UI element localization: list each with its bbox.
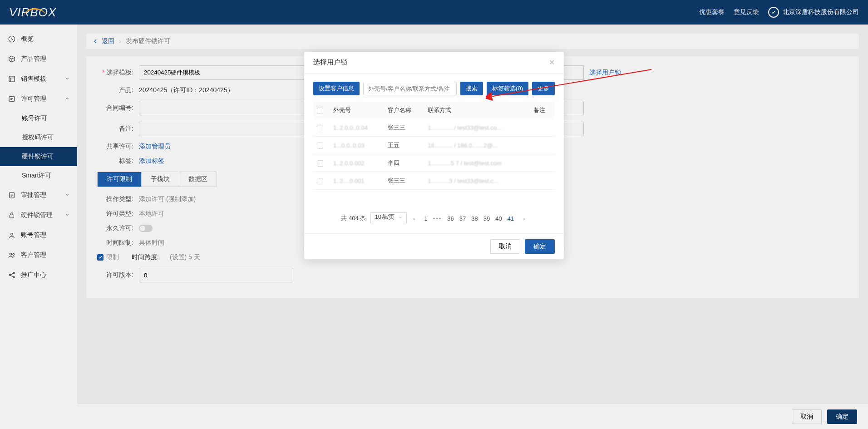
cell-shell: 1..2.0.0..0.04: [333, 124, 368, 131]
cell-remark: [530, 137, 555, 154]
page-36[interactable]: 36: [447, 215, 454, 222]
row-checkbox[interactable]: [317, 178, 323, 184]
cell-contact: 18........... / 186.0.......2@...: [428, 142, 498, 149]
row-checkbox[interactable]: [317, 160, 323, 167]
set-customer-button[interactable]: 设置客户信息: [313, 82, 360, 95]
cell-name: 张三三: [384, 172, 424, 190]
page-size-select[interactable]: 10条/页: [370, 212, 407, 224]
page-ellipsis: •••: [433, 215, 442, 222]
modal-cancel-button[interactable]: 取消: [490, 239, 520, 254]
row-checkbox[interactable]: [317, 143, 323, 149]
select-lock-modal: 选择用户锁 ✕ 设置客户信息 搜索 标签筛选(0) 更多 外壳号 客户名称 联系…: [304, 52, 564, 259]
cell-contact: 1...........3 / test33@test.c...: [428, 178, 498, 184]
next-page[interactable]: ›: [521, 215, 527, 222]
cell-remark: [530, 119, 555, 137]
page-41[interactable]: 41: [508, 215, 514, 222]
pagination: 共 404 条 10条/页 ‹ 1•••363738394041 ›: [313, 208, 555, 229]
total-text: 共 404 条: [341, 214, 366, 222]
cell-contact: 1............. / test33@test.co...: [428, 124, 502, 131]
modal-title: 选择用户锁: [313, 58, 347, 67]
table-row[interactable]: 1..2.0.0..0.04张三三1............. / test33…: [313, 119, 555, 137]
table-row[interactable]: 1..2....0.001张三三1...........3 / test33@t…: [313, 172, 555, 190]
cell-shell: 1..2....0.001: [333, 178, 365, 184]
lock-table: 外壳号 客户名称 联系方式 备注 1..2.0.0..0.04张三三1.....…: [313, 102, 555, 190]
page-39[interactable]: 39: [483, 215, 490, 222]
cell-name: 王五: [384, 137, 424, 154]
search-button[interactable]: 搜索: [460, 82, 483, 95]
tag-filter-button[interactable]: 标签筛选(0): [487, 82, 528, 95]
modal-mask: 选择用户锁 ✕ 设置客户信息 搜索 标签筛选(0) 更多 外壳号 客户名称 联系…: [0, 0, 868, 429]
col-contact: 联系方式: [424, 102, 530, 119]
search-input[interactable]: [363, 82, 457, 95]
row-checkbox[interactable]: [317, 125, 323, 131]
cell-name: 李四: [384, 154, 424, 172]
page-37[interactable]: 37: [459, 215, 466, 222]
table-row[interactable]: 1..2.0.0.002李四1............5 7 / test@te…: [313, 154, 555, 172]
cell-shell: 1..2.0.0.002: [333, 160, 365, 167]
cell-contact: 1............5 7 / test@test.com: [428, 160, 502, 167]
modal-ok-button[interactable]: 确定: [525, 239, 555, 254]
col-shell: 外壳号: [330, 102, 384, 119]
select-all-checkbox[interactable]: [317, 108, 323, 114]
cell-remark: [530, 154, 555, 172]
col-name: 客户名称: [384, 102, 424, 119]
prev-page[interactable]: ‹: [411, 215, 417, 222]
cell-remark: [530, 172, 555, 190]
chevron-down-icon: [398, 215, 403, 220]
page-40[interactable]: 40: [495, 215, 502, 222]
cell-shell: 1...0.0..0.03: [333, 142, 365, 149]
close-icon[interactable]: ✕: [549, 58, 555, 67]
table-row[interactable]: 1...0.0..0.03王五18........... / 186.0....…: [313, 137, 555, 154]
more-button[interactable]: 更多: [532, 82, 555, 95]
page-1[interactable]: 1: [424, 215, 427, 222]
page-38[interactable]: 38: [471, 215, 478, 222]
cell-name: 张三三: [384, 119, 424, 137]
col-remark: 备注: [530, 102, 555, 119]
